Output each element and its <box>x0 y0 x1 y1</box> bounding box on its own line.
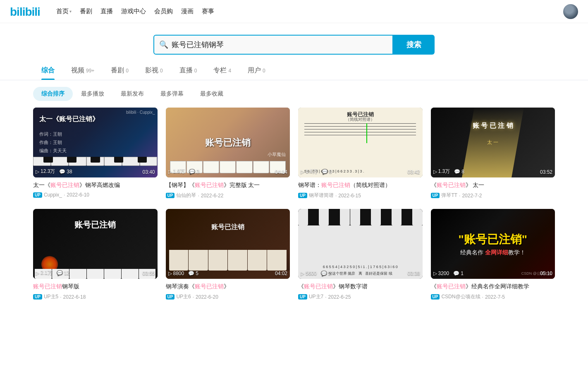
nav-live[interactable]: 直播 <box>100 7 113 15</box>
video-thumb-1: 太一《账号已注销》 作词：王朝作曲：王朝编曲：关天天 bilibili · Cu… <box>33 108 158 177</box>
nav-esports[interactable]: 赛事 <box>202 7 214 15</box>
video-stats-8: ▷3200 💬1 <box>433 271 464 276</box>
video-title-5: 账号已注销钢琴版 <box>33 282 158 291</box>
video-duration-3: 03:42 <box>407 169 420 175</box>
video-stats-4: ▷1.3万 💬8 <box>433 168 464 175</box>
video-card-5[interactable]: 账号已注销 ▷2.1万 💬12 <box>33 209 158 300</box>
nav-mall[interactable]: 会员购 <box>154 7 173 15</box>
video-meta-7: UP UP主7 · 2022-6-25 <box>298 293 423 300</box>
video-stats-3: ▷1.6万 💬0 <box>301 168 332 175</box>
video-thumb-5: 账号已注销 ▷2.1万 💬12 <box>33 209 158 279</box>
video-duration-8: 05:10 <box>540 271 552 276</box>
filter-bar: 综合排序 最多播放 最新发布 最多弹幕 最多收藏 <box>33 87 555 101</box>
tab-直播[interactable]: 直播 0 <box>171 61 206 80</box>
search-button[interactable]: 搜索 <box>393 35 435 55</box>
nav-game[interactable]: 游戏中心 <box>121 7 146 15</box>
video-duration-7: 03:38 <box>407 271 420 276</box>
video-title-7: 《账号已注销》钢琴数字谱 <box>298 282 423 291</box>
video-title-1: 太一《账号已注销》钢琴高燃改编 <box>33 181 158 189</box>
video-thumb-8: "账号已注销" 经典名作 全网详细教学！ CSDN @公顷在续 ▷3200 💬1… <box>431 209 555 279</box>
video-grid: 太一《账号已注销》 作词：王朝作曲：王朝编曲：关天天 bilibili · Cu… <box>33 108 555 300</box>
tab-综合[interactable]: 综合 <box>33 61 63 80</box>
tab-用户[interactable]: 用户 0 <box>239 61 274 80</box>
nav-anime[interactable]: 番剧 <box>80 7 92 15</box>
video-duration-1: 03:40 <box>142 169 155 175</box>
nav-home[interactable]: 首页 ▾ <box>56 7 72 15</box>
tab-番剧[interactable]: 番剧 0 <box>103 61 137 80</box>
video-thumb-3: 账号已注销 （简线对照谱） 5 6 . 0 3 | 6 . 0 0 3 <box>298 108 423 177</box>
video-duration-5: 03:55 <box>142 271 155 276</box>
video-stats-2: ▷1.9万 💬3 <box>168 168 199 175</box>
search-icon: 🔍 <box>159 40 168 49</box>
video-duration-4: 03:52 <box>540 169 552 175</box>
tabs: 综合 视频 99+ 番剧 0 影视 0 直播 0 专栏 4 用户 0 <box>33 61 555 80</box>
content: 太一《账号已注销》 作词：王朝作曲：王朝编曲：关天天 bilibili · Cu… <box>0 108 588 317</box>
tab-专栏[interactable]: 专栏 4 <box>205 61 239 80</box>
video-meta-6: UP UP主6 · 2022-6-20 <box>166 293 290 300</box>
video-stats-1: ▷12.3万 💬38 <box>36 168 72 175</box>
video-title-8: 《账号已注销》经典名作全网详细教学 <box>431 282 555 291</box>
tab-视频[interactable]: 视频 99+ <box>63 61 103 80</box>
nav-manga[interactable]: 漫画 <box>181 7 194 15</box>
video-stats-6: ▷8800 💬5 <box>168 271 198 276</box>
filter-综合排序[interactable]: 综合排序 <box>33 87 73 101</box>
chevron-down-icon: ▾ <box>69 9 72 14</box>
video-meta-2: UP 仙仙的琴 · 2022-6-22 <box>166 192 290 199</box>
filter-最多弹幕[interactable]: 最多弹幕 <box>152 87 192 101</box>
search-box: 🔍 搜索 <box>153 35 435 55</box>
logo[interactable]: bilibili <box>10 5 46 18</box>
video-title-2: 【钢琴】《账号已注销》完整版 太一 <box>166 181 290 189</box>
video-meta-5: UP UP主5 · 2022-6-18 <box>33 293 158 300</box>
video-meta-4: UP 弹琴TT · 2022-7-2 <box>431 192 555 199</box>
filter-最多播放[interactable]: 最多播放 <box>73 87 112 101</box>
video-meta-3: UP 钢琴谱简谱 · 2022-6-15 <box>298 192 423 199</box>
video-card-8[interactable]: "账号已注销" 经典名作 全网详细教学！ CSDN @公顷在续 ▷3200 💬1… <box>431 209 555 300</box>
video-card-4[interactable]: 账 号 已 注 销 太 一 ▷1.3万 💬8 03:52 《账号已注销》 太一 … <box>431 108 555 199</box>
filter-section: 综合排序 最多播放 最新发布 最多弹幕 最多收藏 <box>0 87 588 108</box>
header: bilibili 首页 ▾ 番剧 直播 游戏中心 会员购 漫画 赛事 <box>0 0 588 23</box>
video-stats-7: ▷5600 💬2 <box>301 271 331 276</box>
search-section: 🔍 搜索 <box>0 23 588 61</box>
video-card-7[interactable]: 6 6 5 5 4 | 4 3 2 5 0 | 5 i 1 . | 1 7 6 … <box>298 209 423 300</box>
video-thumb-6: 账号已注销 ▷8800 💬5 04:02 <box>166 209 290 279</box>
video-card-2[interactable]: 账号已注销 小草魔仙 ▷1.9万 💬3 04:14 【钢琴】《账号已注销》完整版… <box>166 108 290 199</box>
video-duration-6: 04:02 <box>275 271 287 276</box>
video-thumb-2: 账号已注销 小草魔仙 ▷1.9万 💬3 04:14 <box>166 108 290 177</box>
video-duration-2: 04:14 <box>275 169 287 175</box>
header-right <box>563 4 578 19</box>
svg-text:bilibili: bilibili <box>10 5 40 18</box>
video-stats-5: ▷2.1万 💬12 <box>36 269 69 276</box>
avatar[interactable] <box>563 4 578 19</box>
video-card-3[interactable]: 账号已注销 （简线对照谱） 5 6 . 0 3 | 6 . 0 0 3 <box>298 108 423 199</box>
video-thumb-7: 6 6 5 5 4 | 4 3 2 5 0 | 5 i 1 . | 1 7 6 … <box>298 209 423 279</box>
video-title-6: 钢琴演奏《账号已注销》 <box>166 282 290 291</box>
search-input-wrap: 🔍 <box>153 35 393 55</box>
video-title-4: 《账号已注销》 太一 <box>431 181 555 189</box>
search-input[interactable] <box>172 41 387 49</box>
video-card-6[interactable]: 账号已注销 ▷8800 💬5 04:02 钢琴演奏《账号已注销》 UP UP主6… <box>166 209 290 300</box>
video-card-1[interactable]: 太一《账号已注销》 作词：王朝作曲：王朝编曲：关天天 bilibili · Cu… <box>33 108 158 199</box>
filter-最新发布[interactable]: 最新发布 <box>112 87 152 101</box>
tabs-section: 综合 视频 99+ 番剧 0 影视 0 直播 0 专栏 4 用户 0 <box>0 61 588 80</box>
video-title-3: 钢琴谱：账号已注销（简线对照谱） <box>298 181 423 189</box>
tab-影视[interactable]: 影视 0 <box>137 61 171 80</box>
main-nav: 首页 ▾ 番剧 直播 游戏中心 会员购 漫画 赛事 <box>56 7 563 15</box>
video-meta-8: UP CSDN@公顷在续 · 2022-7-5 <box>431 293 555 300</box>
video-meta-1: UP Cuppix_ · 2022-6-10 <box>33 192 158 198</box>
video-thumb-4: 账 号 已 注 销 太 一 ▷1.3万 💬8 03:52 <box>431 108 555 177</box>
filter-最多收藏[interactable]: 最多收藏 <box>192 87 232 101</box>
